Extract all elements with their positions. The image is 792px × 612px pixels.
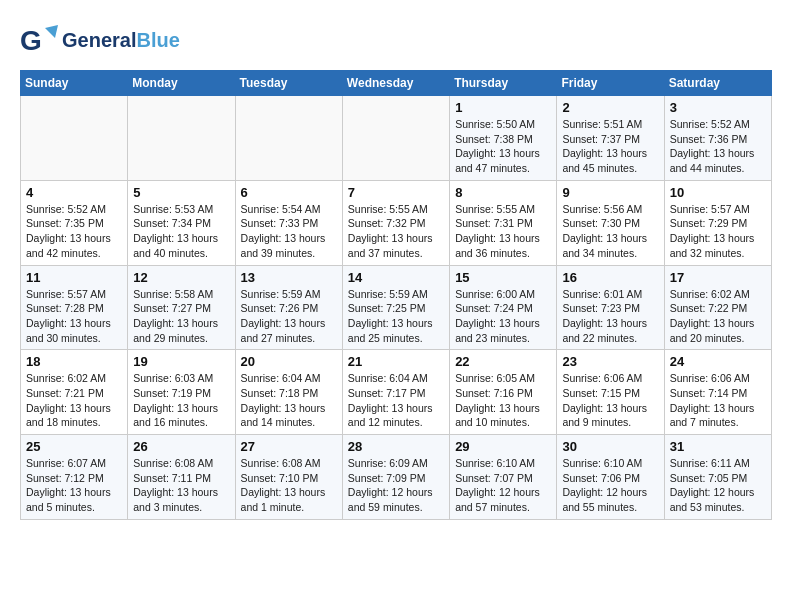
calendar-cell: 3Sunrise: 5:52 AM Sunset: 7:36 PM Daylig… (664, 96, 771, 181)
calendar-cell: 23Sunrise: 6:06 AM Sunset: 7:15 PM Dayli… (557, 350, 664, 435)
calendar-cell: 4Sunrise: 5:52 AM Sunset: 7:35 PM Daylig… (21, 180, 128, 265)
calendar-cell: 2Sunrise: 5:51 AM Sunset: 7:37 PM Daylig… (557, 96, 664, 181)
calendar-table: SundayMondayTuesdayWednesdayThursdayFrid… (20, 70, 772, 520)
calendar-cell: 31Sunrise: 6:11 AM Sunset: 7:05 PM Dayli… (664, 435, 771, 520)
calendar-cell: 19Sunrise: 6:03 AM Sunset: 7:19 PM Dayli… (128, 350, 235, 435)
day-number: 24 (670, 354, 766, 369)
day-info: Sunrise: 5:54 AM Sunset: 7:33 PM Dayligh… (241, 202, 337, 261)
calendar-cell: 25Sunrise: 6:07 AM Sunset: 7:12 PM Dayli… (21, 435, 128, 520)
day-number: 9 (562, 185, 658, 200)
day-info: Sunrise: 6:04 AM Sunset: 7:17 PM Dayligh… (348, 371, 444, 430)
day-number: 15 (455, 270, 551, 285)
day-info: Sunrise: 5:55 AM Sunset: 7:31 PM Dayligh… (455, 202, 551, 261)
weekday-header-thursday: Thursday (450, 71, 557, 96)
day-number: 8 (455, 185, 551, 200)
day-info: Sunrise: 5:56 AM Sunset: 7:30 PM Dayligh… (562, 202, 658, 261)
day-info: Sunrise: 5:57 AM Sunset: 7:29 PM Dayligh… (670, 202, 766, 261)
day-info: Sunrise: 6:08 AM Sunset: 7:10 PM Dayligh… (241, 456, 337, 515)
day-number: 1 (455, 100, 551, 115)
day-number: 3 (670, 100, 766, 115)
weekday-header-wednesday: Wednesday (342, 71, 449, 96)
day-number: 27 (241, 439, 337, 454)
calendar-week-row: 25Sunrise: 6:07 AM Sunset: 7:12 PM Dayli… (21, 435, 772, 520)
day-number: 13 (241, 270, 337, 285)
day-number: 31 (670, 439, 766, 454)
day-number: 19 (133, 354, 229, 369)
day-number: 17 (670, 270, 766, 285)
day-number: 7 (348, 185, 444, 200)
day-info: Sunrise: 6:04 AM Sunset: 7:18 PM Dayligh… (241, 371, 337, 430)
day-info: Sunrise: 5:58 AM Sunset: 7:27 PM Dayligh… (133, 287, 229, 346)
calendar-cell: 14Sunrise: 5:59 AM Sunset: 7:25 PM Dayli… (342, 265, 449, 350)
day-info: Sunrise: 5:59 AM Sunset: 7:26 PM Dayligh… (241, 287, 337, 346)
day-number: 14 (348, 270, 444, 285)
calendar-cell (342, 96, 449, 181)
calendar-cell: 7Sunrise: 5:55 AM Sunset: 7:32 PM Daylig… (342, 180, 449, 265)
day-info: Sunrise: 6:08 AM Sunset: 7:11 PM Dayligh… (133, 456, 229, 515)
day-number: 16 (562, 270, 658, 285)
day-info: Sunrise: 6:02 AM Sunset: 7:22 PM Dayligh… (670, 287, 766, 346)
calendar-cell: 28Sunrise: 6:09 AM Sunset: 7:09 PM Dayli… (342, 435, 449, 520)
weekday-header-monday: Monday (128, 71, 235, 96)
calendar-cell: 30Sunrise: 6:10 AM Sunset: 7:06 PM Dayli… (557, 435, 664, 520)
day-number: 5 (133, 185, 229, 200)
calendar-cell: 15Sunrise: 6:00 AM Sunset: 7:24 PM Dayli… (450, 265, 557, 350)
day-info: Sunrise: 5:52 AM Sunset: 7:35 PM Dayligh… (26, 202, 122, 261)
calendar-cell: 16Sunrise: 6:01 AM Sunset: 7:23 PM Dayli… (557, 265, 664, 350)
weekday-header-tuesday: Tuesday (235, 71, 342, 96)
calendar-week-row: 11Sunrise: 5:57 AM Sunset: 7:28 PM Dayli… (21, 265, 772, 350)
calendar-cell: 12Sunrise: 5:58 AM Sunset: 7:27 PM Dayli… (128, 265, 235, 350)
logo-icon: G (20, 20, 60, 60)
day-number: 21 (348, 354, 444, 369)
day-info: Sunrise: 6:06 AM Sunset: 7:15 PM Dayligh… (562, 371, 658, 430)
day-info: Sunrise: 6:07 AM Sunset: 7:12 PM Dayligh… (26, 456, 122, 515)
calendar-cell (21, 96, 128, 181)
calendar-cell: 26Sunrise: 6:08 AM Sunset: 7:11 PM Dayli… (128, 435, 235, 520)
weekday-header-saturday: Saturday (664, 71, 771, 96)
calendar-cell: 1Sunrise: 5:50 AM Sunset: 7:38 PM Daylig… (450, 96, 557, 181)
calendar-cell: 9Sunrise: 5:56 AM Sunset: 7:30 PM Daylig… (557, 180, 664, 265)
calendar-cell: 8Sunrise: 5:55 AM Sunset: 7:31 PM Daylig… (450, 180, 557, 265)
day-info: Sunrise: 5:57 AM Sunset: 7:28 PM Dayligh… (26, 287, 122, 346)
logo-blue: Blue (136, 29, 179, 51)
calendar-cell (235, 96, 342, 181)
day-number: 4 (26, 185, 122, 200)
calendar-cell: 13Sunrise: 5:59 AM Sunset: 7:26 PM Dayli… (235, 265, 342, 350)
day-info: Sunrise: 5:59 AM Sunset: 7:25 PM Dayligh… (348, 287, 444, 346)
day-info: Sunrise: 6:02 AM Sunset: 7:21 PM Dayligh… (26, 371, 122, 430)
day-info: Sunrise: 5:52 AM Sunset: 7:36 PM Dayligh… (670, 117, 766, 176)
day-info: Sunrise: 6:01 AM Sunset: 7:23 PM Dayligh… (562, 287, 658, 346)
day-number: 28 (348, 439, 444, 454)
day-number: 25 (26, 439, 122, 454)
calendar-week-row: 1Sunrise: 5:50 AM Sunset: 7:38 PM Daylig… (21, 96, 772, 181)
calendar-cell: 5Sunrise: 5:53 AM Sunset: 7:34 PM Daylig… (128, 180, 235, 265)
calendar-cell: 17Sunrise: 6:02 AM Sunset: 7:22 PM Dayli… (664, 265, 771, 350)
calendar-week-row: 18Sunrise: 6:02 AM Sunset: 7:21 PM Dayli… (21, 350, 772, 435)
calendar-week-row: 4Sunrise: 5:52 AM Sunset: 7:35 PM Daylig… (21, 180, 772, 265)
calendar-cell: 18Sunrise: 6:02 AM Sunset: 7:21 PM Dayli… (21, 350, 128, 435)
day-info: Sunrise: 6:10 AM Sunset: 7:07 PM Dayligh… (455, 456, 551, 515)
logo: G GeneralBlue (20, 20, 180, 60)
calendar-cell (128, 96, 235, 181)
weekday-header-friday: Friday (557, 71, 664, 96)
day-number: 18 (26, 354, 122, 369)
day-info: Sunrise: 5:53 AM Sunset: 7:34 PM Dayligh… (133, 202, 229, 261)
day-info: Sunrise: 6:06 AM Sunset: 7:14 PM Dayligh… (670, 371, 766, 430)
day-number: 10 (670, 185, 766, 200)
day-info: Sunrise: 6:03 AM Sunset: 7:19 PM Dayligh… (133, 371, 229, 430)
calendar-cell: 21Sunrise: 6:04 AM Sunset: 7:17 PM Dayli… (342, 350, 449, 435)
weekday-header-row: SundayMondayTuesdayWednesdayThursdayFrid… (21, 71, 772, 96)
weekday-header-sunday: Sunday (21, 71, 128, 96)
day-number: 12 (133, 270, 229, 285)
calendar-cell: 6Sunrise: 5:54 AM Sunset: 7:33 PM Daylig… (235, 180, 342, 265)
day-number: 30 (562, 439, 658, 454)
calendar-cell: 29Sunrise: 6:10 AM Sunset: 7:07 PM Dayli… (450, 435, 557, 520)
logo-general: General (62, 29, 136, 51)
day-number: 20 (241, 354, 337, 369)
calendar-cell: 10Sunrise: 5:57 AM Sunset: 7:29 PM Dayli… (664, 180, 771, 265)
day-number: 23 (562, 354, 658, 369)
day-number: 29 (455, 439, 551, 454)
day-number: 6 (241, 185, 337, 200)
calendar-cell: 27Sunrise: 6:08 AM Sunset: 7:10 PM Dayli… (235, 435, 342, 520)
calendar-cell: 20Sunrise: 6:04 AM Sunset: 7:18 PM Dayli… (235, 350, 342, 435)
